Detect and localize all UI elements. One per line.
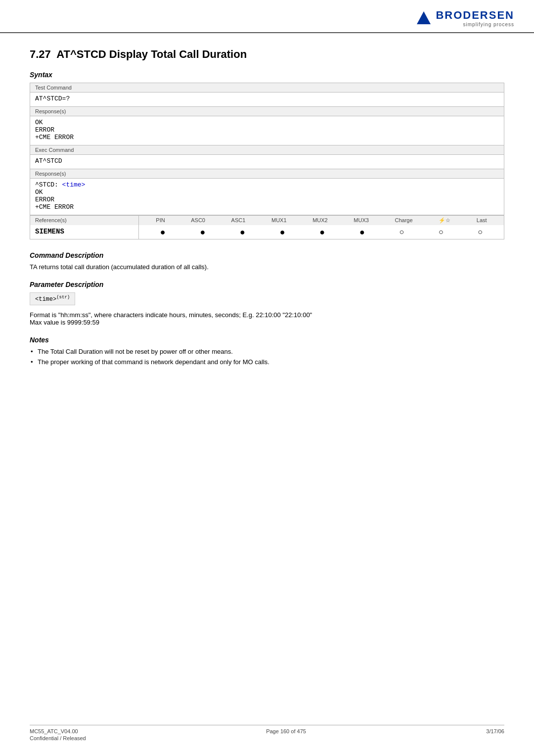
- syntax-heading: Syntax: [30, 71, 504, 79]
- param-superscript: (str): [56, 295, 70, 300]
- test-response-label: Response(s): [30, 107, 504, 116]
- col-header-mux2: MUX2: [312, 217, 328, 224]
- command-description-section: Command Description TA returns total cal…: [30, 251, 504, 271]
- test-response-value: OKERROR+CME ERROR: [30, 116, 504, 145]
- ref-dots: ● ● ● ● ● ● ○ ○ ○: [139, 225, 504, 239]
- logo-icon: [416, 10, 432, 26]
- page-footer: MC55_ATC_V04.00 Confidential / Released …: [30, 725, 504, 741]
- note-item-1: The Total Call Duration will not be rese…: [30, 348, 504, 355]
- footer-left: MC55_ATC_V04.00 Confidential / Released: [30, 728, 86, 741]
- ref-name: SIEMENS: [30, 225, 139, 239]
- col-header-mux3: MUX3: [354, 217, 369, 224]
- logo-tagline: simplifying process: [463, 22, 514, 27]
- command-description-heading: Command Description: [30, 251, 504, 259]
- logo-text: BRODERSEN: [436, 9, 514, 22]
- notes-heading: Notes: [30, 336, 504, 344]
- dot-signal: ○: [439, 228, 444, 236]
- col-header-last: Last: [477, 217, 487, 224]
- test-command-label: Test Command: [30, 83, 504, 93]
- exec-response-value: ^STCD: <time>OKERROR+CME ERROR: [30, 179, 504, 215]
- col-header-asc0: ASC0: [191, 217, 205, 224]
- dot-charge: ○: [400, 228, 404, 236]
- ref-data-row: SIEMENS ● ● ● ● ● ● ○ ○ ○: [30, 225, 504, 239]
- dot-asc1: ●: [240, 228, 245, 236]
- col-header-mux1: MUX1: [271, 217, 287, 224]
- logo-area: BRODERSEN simplifying process: [436, 9, 514, 27]
- command-description-text: TA returns total call duration (accumula…: [30, 263, 504, 271]
- col-header-signal: ⚡☆: [439, 217, 450, 224]
- footer-date: 3/17/06: [486, 728, 504, 741]
- page-header: BRODERSEN simplifying process: [0, 0, 534, 33]
- dot-pin: ●: [160, 228, 166, 236]
- note-item-2: The proper working of that command is ne…: [30, 358, 504, 366]
- dot-mux2: ●: [319, 228, 325, 236]
- test-command-value: AT^STCD=?: [30, 93, 504, 107]
- exec-response-label: Response(s): [30, 169, 504, 179]
- col-header-pin: PIN: [156, 217, 165, 224]
- svg-marker-0: [417, 11, 431, 24]
- notes-section: Notes The Total Call Duration will not b…: [30, 336, 504, 366]
- param-code-block: <time>(str): [30, 292, 75, 305]
- col-headers-row: Reference(s) PIN ASC0 ASC1 MUX1 MUX2 MUX…: [30, 215, 504, 225]
- dot-mux1: ●: [280, 228, 285, 236]
- param-desc-text: Format is "hh:mm:ss", where characters i…: [30, 311, 504, 326]
- parameter-description-section: Parameter Description <time>(str) Format…: [30, 281, 504, 326]
- references-col-header: Reference(s): [30, 216, 139, 225]
- exec-command-label: Exec Command: [30, 145, 504, 155]
- col-header-asc1: ASC1: [231, 217, 246, 224]
- syntax-block: Test Command AT^STCD=? Response(s) OKERR…: [30, 83, 504, 239]
- notes-list: The Total Call Duration will not be rese…: [30, 348, 504, 366]
- dot-asc0: ●: [200, 228, 205, 236]
- footer-page-info: Page 160 of 475: [266, 728, 306, 741]
- main-content: 7.27 AT^STCD Display Total Call Duration…: [0, 33, 534, 405]
- data-col-headers: PIN ASC0 ASC1 MUX1 MUX2 MUX3 Charge ⚡☆ L…: [139, 216, 504, 225]
- footer-doc-name: MC55_ATC_V04.00: [30, 728, 86, 734]
- footer-doc-status: Confidential / Released: [30, 735, 86, 741]
- parameter-description-heading: Parameter Description: [30, 281, 504, 288]
- logo-wrapper: BRODERSEN simplifying process: [416, 9, 514, 27]
- col-header-charge: Charge: [395, 217, 412, 224]
- dot-mux3: ●: [359, 228, 365, 236]
- section-title: 7.27 AT^STCD Display Total Call Duration: [30, 48, 504, 61]
- dot-last: ○: [478, 228, 483, 236]
- exec-command-value: AT^STCD: [30, 155, 504, 169]
- param-label: <time>: [35, 296, 56, 303]
